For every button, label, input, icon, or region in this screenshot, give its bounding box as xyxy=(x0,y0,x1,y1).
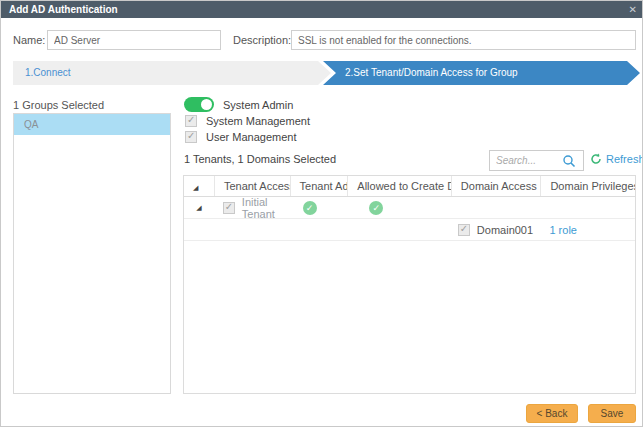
refresh-label: Refresh xyxy=(606,153,643,165)
tenant-name: Initial Tenant xyxy=(242,196,290,220)
row-collapse-icon[interactable]: ◢ xyxy=(196,204,201,212)
search-input[interactable] xyxy=(490,152,562,169)
domain-row: Domain001 1 role xyxy=(184,219,635,241)
dialog-title: Add AD Authentication xyxy=(9,4,118,15)
description-label: Description: xyxy=(233,30,291,50)
col-allowed-create-domain: Allowed to Create Domain ... xyxy=(347,176,451,196)
domain001-checkbox[interactable] xyxy=(458,224,470,236)
group-name: QA xyxy=(24,119,38,130)
name-field[interactable] xyxy=(47,30,221,50)
grid-header: ◢ Tenant Access Tenant Admin... Allowed … xyxy=(184,176,635,197)
system-management-label: System Management xyxy=(206,115,310,127)
back-button[interactable]: < Back xyxy=(526,404,578,423)
tenant-row: ◢ Initial Tenant ✓ ✓ xyxy=(184,197,635,219)
user-management-label: User Management xyxy=(206,131,297,143)
step-connect[interactable]: 1.Connect xyxy=(13,61,331,85)
system-admin-row: System Admin xyxy=(184,97,293,112)
system-admin-label: System Admin xyxy=(223,99,293,111)
refresh-button[interactable]: Refresh xyxy=(590,153,643,165)
tenant-domain-grid: ◢ Tenant Access Tenant Admin... Allowed … xyxy=(183,175,636,394)
initial-tenant-checkbox[interactable] xyxy=(223,202,235,214)
system-management-row: System Management xyxy=(185,114,310,127)
search-icon[interactable] xyxy=(562,154,576,168)
step-connect-label: 1.Connect xyxy=(25,67,71,78)
toggle-knob xyxy=(201,99,212,110)
search-box xyxy=(489,150,584,171)
user-management-row: User Management xyxy=(185,130,297,143)
col-domain-access: Domain Access xyxy=(451,176,541,196)
groups-listbox: QA xyxy=(13,113,171,394)
allowed-create-domain-granted-icon: ✓ xyxy=(369,201,383,215)
system-admin-toggle[interactable] xyxy=(184,97,214,112)
save-button[interactable]: Save xyxy=(588,404,636,423)
system-management-checkbox[interactable] xyxy=(185,115,197,127)
description-field[interactable] xyxy=(291,30,636,50)
name-label: Name: xyxy=(13,30,45,50)
step-tenant-domain-access-label: 2.Set Tenant/Domain Access for Group xyxy=(345,67,518,78)
col-domain-privileges: Domain Privileges xyxy=(540,176,635,196)
groups-selected-header: 1 Groups Selected xyxy=(13,99,104,111)
user-management-checkbox[interactable] xyxy=(185,131,197,143)
col-tenant-access: Tenant Access xyxy=(214,176,290,196)
close-icon[interactable]: ✕ xyxy=(629,1,637,18)
refresh-icon xyxy=(590,153,602,165)
dialog-titlebar: Add AD Authentication ✕ xyxy=(1,1,643,18)
collapse-all-icon[interactable]: ◢ xyxy=(184,176,214,196)
tenant-admin-granted-icon: ✓ xyxy=(303,201,317,215)
tenants-summary: 1 Tenants, 1 Domains Selected xyxy=(184,153,336,165)
group-list-item[interactable]: QA xyxy=(14,114,170,135)
domain-name: Domain001 xyxy=(477,224,533,236)
col-tenant-admin: Tenant Admin... xyxy=(290,176,348,196)
role-link[interactable]: 1 role xyxy=(549,224,577,236)
step-tenant-domain-access[interactable]: 2.Set Tenant/Domain Access for Group xyxy=(323,61,640,85)
